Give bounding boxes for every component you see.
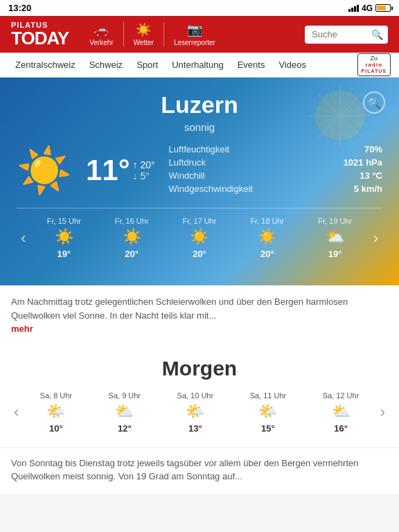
morgen-items: Sa, 8 Uhr 🌤️ 10° Sa, 9 Uhr ⛅ 12° Sa, 10 … xyxy=(21,391,377,434)
weather-temp-high: ↑ 20° xyxy=(133,159,155,170)
hourly-time-3: Fr, 18 Uhr xyxy=(250,217,284,225)
weather-widget: Luzern sonnig 🔍 ☀️ 11° ↑ 20° ↓ 5° Luftfe… xyxy=(0,78,399,285)
morgen-time-3: Sa, 11 Uhr xyxy=(250,391,287,400)
morgen-temp-0: 10° xyxy=(49,423,63,434)
sun-icon: ☀️ xyxy=(136,22,151,37)
morgen-section: Morgen ‹ Sa, 8 Uhr 🌤️ 10° Sa, 9 Uhr ⛅ 12… xyxy=(0,346,399,447)
header: PILATUS TODAY 🚗 Verkehr ☀️ Wetter 📷 Lese… xyxy=(0,16,399,53)
nav-items: Zentralschweiz Schweiz Sport Unterhaltun… xyxy=(8,53,357,77)
hourly-temp-0: 19° xyxy=(57,249,71,259)
morgen-title: Morgen xyxy=(11,357,388,380)
list-item: Sa, 9 Uhr ⛅ 12° xyxy=(109,391,141,434)
morgen-description-text: Von Sonntag bis Dienstag trotz jeweils t… xyxy=(0,447,399,495)
weather-description-content: Am Nachmittag trotz gelegentlichen Schle… xyxy=(11,296,348,321)
nav-events[interactable]: Events xyxy=(231,53,272,77)
list-item: Fr, 19 Uhr ⛅ 19° xyxy=(318,217,352,259)
morgen-prev-button[interactable]: ‹ xyxy=(11,403,21,421)
radio-pilatus: PILATUS xyxy=(362,69,387,74)
windchill-label: Windchill xyxy=(169,170,205,181)
search-box[interactable]: 🔍 xyxy=(305,26,388,44)
hourly-temp-4: 19° xyxy=(328,249,342,259)
hourly-temp-1: 20° xyxy=(125,249,139,259)
list-item: Sa, 10 Uhr 🌤️ 13° xyxy=(177,391,214,434)
hourly-prev-button[interactable]: ‹ xyxy=(17,229,30,247)
logo[interactable]: PILATUS TODAY xyxy=(11,21,69,47)
list-item: Fr, 16 Uhr ☀️ 20° xyxy=(115,217,149,259)
logo-today: TODAY xyxy=(11,29,69,47)
list-item: Sa, 8 Uhr 🌤️ 10° xyxy=(40,391,72,434)
weather-sun-icon: ☀️ xyxy=(17,145,72,197)
car-icon: 🚗 xyxy=(94,22,109,37)
morgen-icon-4: ⛅ xyxy=(332,402,351,420)
camera-icon: 📷 xyxy=(187,22,202,37)
morgen-next-button[interactable]: › xyxy=(378,403,388,421)
morgen-icon-1: ⛅ xyxy=(115,402,134,420)
hourly-forecast: ‹ Fr, 15 Uhr ☀️ 19° Fr, 16 Uhr ☀️ 20° Fr… xyxy=(17,208,382,259)
hourly-icon-0: ☀️ xyxy=(55,228,73,246)
morgen-temp-3: 15° xyxy=(261,423,275,434)
hourly-icon-2: ☀️ xyxy=(190,228,209,246)
hourly-items: Fr, 15 Uhr ☀️ 19° Fr, 16 Uhr ☀️ 20° Fr, … xyxy=(30,217,369,259)
hourly-time-2: Fr, 17 Uhr xyxy=(183,217,217,225)
pressure-label: Luftdruck xyxy=(169,157,206,168)
morgen-temp-2: 13° xyxy=(188,423,202,434)
humidity-label: Luftfeuchtigkeit xyxy=(169,144,229,154)
nav-wetter[interactable]: ☀️ Wetter xyxy=(123,22,163,46)
nav-videos[interactable]: Videos xyxy=(272,53,313,77)
status-time: 13:20 xyxy=(8,3,31,13)
morgen-forecast: ‹ Sa, 8 Uhr 🌤️ 10° Sa, 9 Uhr ⛅ 12° Sa, 1… xyxy=(11,391,388,434)
hourly-icon-4: ⛅ xyxy=(326,228,344,246)
nav-leserreporter-label: Leserreporter xyxy=(174,39,215,46)
radio-text: radio xyxy=(366,62,383,69)
list-item: Fr, 17 Uhr ☀️ 20° xyxy=(183,217,217,259)
hourly-icon-3: ☀️ xyxy=(258,228,276,246)
list-item: Sa, 12 Uhr ⛅ 16° xyxy=(323,391,360,434)
morgen-description-content: Von Sonntag bis Dienstag trotz jeweils t… xyxy=(11,458,359,482)
status-right: 4G xyxy=(348,3,391,13)
morgen-temp-4: 16° xyxy=(334,423,348,434)
nav-wetter-label: Wetter xyxy=(134,39,154,46)
morgen-temp-1: 12° xyxy=(118,423,132,434)
hourly-time-4: Fr, 19 Uhr xyxy=(318,217,352,225)
mehr-link[interactable]: mehr xyxy=(11,323,33,334)
morgen-icon-3: 🌤️ xyxy=(258,402,277,420)
list-item: Sa, 11 Uhr 🌤️ 15° xyxy=(250,391,287,434)
windspeed-label: Windgeschwindigkeit xyxy=(169,184,253,194)
weather-description-text: Am Nachmittag trotz gelegentlichen Schle… xyxy=(0,285,399,346)
radio-badge[interactable]: Zu radio PILATUS xyxy=(357,53,391,76)
battery-icon xyxy=(375,4,391,12)
morgen-icon-2: 🌤️ xyxy=(186,402,204,420)
nav-bar: Zentralschweiz Schweiz Sport Unterhaltun… xyxy=(0,53,399,78)
hourly-temp-2: 20° xyxy=(193,249,206,259)
weather-temp-low: ↓ 5° xyxy=(133,170,155,181)
sunburst-decoration xyxy=(247,85,371,209)
morgen-time-2: Sa, 10 Uhr xyxy=(177,391,214,400)
nav-unterhaltung[interactable]: Unterhaltung xyxy=(165,53,230,77)
network-type: 4G xyxy=(362,3,373,13)
list-item: Fr, 15 Uhr ☀️ 19° xyxy=(47,217,81,259)
search-input[interactable] xyxy=(312,29,367,39)
nav-verkehr-label: Verkehr xyxy=(89,39,113,46)
nav-verkehr[interactable]: 🚗 Verkehr xyxy=(80,22,123,46)
header-icons: 🚗 Verkehr ☀️ Wetter 📷 Leserreporter xyxy=(80,22,225,46)
hourly-temp-3: 20° xyxy=(260,249,274,259)
status-bar: 13:20 4G xyxy=(0,0,399,16)
morgen-icon-0: 🌤️ xyxy=(46,402,65,420)
weather-search-button[interactable]: 🔍 xyxy=(363,91,385,114)
weather-temp-range: ↑ 20° ↓ 5° xyxy=(133,159,155,181)
list-item: Fr, 18 Uhr ☀️ 20° xyxy=(250,217,284,259)
morgen-time-0: Sa, 8 Uhr xyxy=(40,391,72,400)
hourly-time-0: Fr, 15 Uhr xyxy=(47,217,81,225)
morgen-time-1: Sa, 9 Uhr xyxy=(109,391,141,400)
weather-condition: sonnig xyxy=(17,121,382,133)
weather-temperature: 11° xyxy=(86,154,130,187)
nav-sport[interactable]: Sport xyxy=(130,53,165,77)
nav-zentralschweiz[interactable]: Zentralschweiz xyxy=(8,53,82,77)
nav-leserreporter[interactable]: 📷 Leserreporter xyxy=(163,22,225,46)
hourly-time-1: Fr, 16 Uhr xyxy=(115,217,149,225)
morgen-time-4: Sa, 12 Uhr xyxy=(323,391,360,400)
signal-bars xyxy=(348,5,359,12)
hourly-next-button[interactable]: › xyxy=(369,229,382,247)
search-icon: 🔍 xyxy=(371,29,383,40)
nav-schweiz[interactable]: Schweiz xyxy=(82,53,130,77)
